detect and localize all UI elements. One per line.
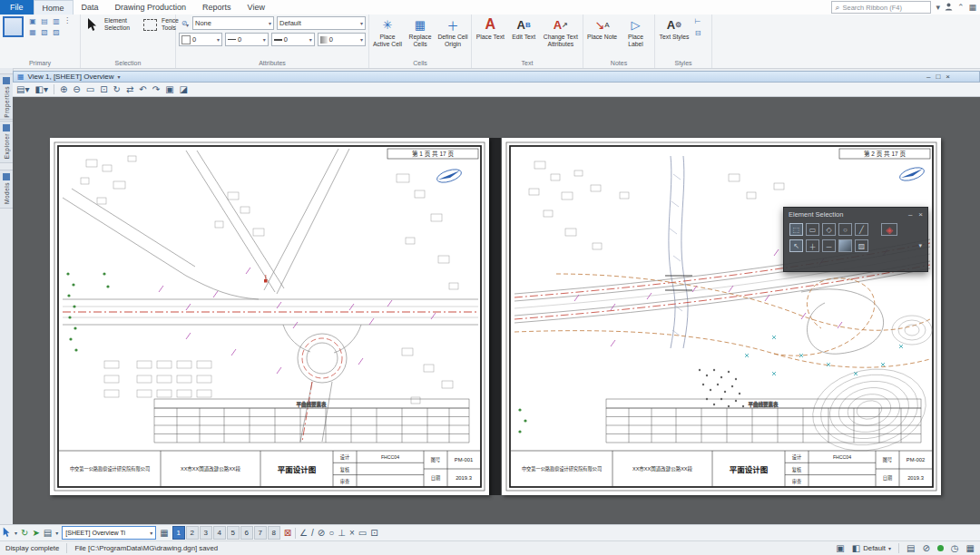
properties-icon[interactable] <box>3 16 24 37</box>
tab-data[interactable]: Data <box>74 0 107 15</box>
clip-volume-icon[interactable]: ◪ <box>180 85 188 94</box>
edit-text-button[interactable]: AB Edit Text <box>508 16 540 41</box>
display-style-selector[interactable]: ◧ Default ▾ <box>852 544 891 553</box>
active-level-combo[interactable]: None ▾ <box>192 16 274 30</box>
sheet-selector-combo[interactable]: [SHEET] Overview Ti ▾ <box>62 526 156 540</box>
dimension-styles-icon[interactable]: ⊢ <box>692 16 703 26</box>
message-center-icon[interactable]: ▤ <box>906 544 915 553</box>
notifications-icon[interactable]: ▦ <box>966 544 975 553</box>
place-active-cell-button[interactable]: ✳ Place Active Cell <box>372 16 403 47</box>
clear-selection-icon[interactable]: × <box>349 529 355 538</box>
element-template-combo[interactable]: Default ▾ <box>277 16 366 30</box>
tab-view[interactable]: View <box>240 0 273 15</box>
primary-more-icon[interactable]: ⋮ <box>64 16 71 24</box>
window-area-icon[interactable]: ▭ <box>86 85 94 94</box>
rotate-view-icon[interactable]: ↻ <box>113 85 121 94</box>
mode-clear-icon[interactable]: ▨ <box>855 239 868 252</box>
sidebar-item-explorer[interactable]: Explorer <box>0 121 14 163</box>
help-icon[interactable]: ▦ <box>968 4 976 12</box>
method-circle-icon[interactable]: ○ <box>838 223 852 236</box>
zoom-in-icon[interactable]: ⊕ <box>60 85 67 94</box>
place-label-button[interactable]: ▷ Place Label <box>620 16 652 47</box>
place-note-button[interactable]: ↘A Place Note <box>586 16 618 41</box>
element-selection-button[interactable]: Element Selection <box>83 16 139 33</box>
mode-add-icon[interactable]: ＋ <box>806 239 819 252</box>
pan-view-icon[interactable]: ⇄ <box>126 85 133 94</box>
level-lock-icon[interactable]: ⊘ <box>179 18 190 28</box>
active-color-combo[interactable]: 0 ▾ <box>179 33 222 46</box>
snap-mode-icon[interactable]: ∠ <box>299 529 308 538</box>
method-line-icon[interactable]: ╱ <box>855 223 868 236</box>
raster-manager-icon[interactable]: ▨ <box>51 27 62 37</box>
view-attributes-icon[interactable]: ▤▾ <box>16 85 29 94</box>
sheet-list-icon[interactable]: ▤ <box>44 529 52 538</box>
close-view-icon[interactable]: ⊠ <box>284 529 291 538</box>
tab-reports[interactable]: Reports <box>194 0 240 15</box>
view-title-caret-icon[interactable]: ▾ <box>118 73 121 80</box>
change-text-attributes-button[interactable]: A↗ Change Text Attributes <box>542 16 580 47</box>
sidebar-item-models[interactable]: Models <box>0 170 14 209</box>
search-input[interactable]: ⌕ Search Ribbon (F4) <box>831 1 931 14</box>
view-toggle-4[interactable]: 4 <box>213 526 226 540</box>
fit-active-icon[interactable]: ⊡ <box>370 529 377 538</box>
replace-cells-button[interactable]: ▦ Replace Cells <box>405 16 436 47</box>
explorer-icon[interactable]: ▣ <box>27 16 38 26</box>
view-group-icon[interactable]: ▦ <box>160 529 168 538</box>
element-styles-icon[interactable]: ⊟ <box>692 28 703 38</box>
view-window-titlebar[interactable]: ▦ View 1, [SHEET] Overview ▾ – □ × <box>13 71 980 83</box>
pin-ribbon-icon[interactable]: ▾ <box>936 4 940 12</box>
dialog-minimize-icon[interactable]: – <box>908 210 912 219</box>
element-selection-dialog-titlebar[interactable]: Element Selection – × <box>784 208 927 221</box>
dialog-close-icon[interactable]: × <box>918 210 923 219</box>
level-display-icon[interactable]: ▦ <box>27 27 38 37</box>
mode-subtract-icon[interactable]: － <box>822 239 836 252</box>
dialog-expand-icon[interactable]: ▾ <box>918 242 922 249</box>
active-line-style-combo[interactable]: 0 ▾ <box>225 33 269 46</box>
select-set-icon[interactable]: ▣ <box>836 544 844 553</box>
sync-view-icon[interactable]: ➤ <box>32 529 39 538</box>
nearest-snap-icon[interactable]: / <box>311 529 314 538</box>
tab-home[interactable]: Home <box>34 0 74 15</box>
sheet-2[interactable]: 第 2 页 共 17 页 <box>502 138 941 495</box>
define-cell-origin-button[interactable]: ＋ Define Cell Origin <box>437 16 468 47</box>
lock-status-icon[interactable]: ⊘ <box>922 544 929 553</box>
method-block-icon[interactable]: ▭ <box>806 223 819 236</box>
copy-view-icon[interactable]: ▣ <box>165 85 173 94</box>
view-minimize-icon[interactable]: – <box>926 73 930 81</box>
active-line-weight-combo[interactable]: 0 ▾ <box>271 33 315 46</box>
tab-file[interactable]: File <box>0 0 34 15</box>
view-toggle-1[interactable]: 1 <box>172 526 185 540</box>
mode-invert-icon[interactable] <box>838 239 852 252</box>
text-styles-button[interactable]: A⚙ Text Styles <box>658 16 691 41</box>
fit-view-icon[interactable]: ⊡ <box>100 85 107 94</box>
select-all-icon[interactable]: ◈ <box>881 223 897 236</box>
refresh-model-icon[interactable]: ↻ <box>21 529 28 538</box>
mode-new-icon[interactable]: ↖ <box>789 239 803 252</box>
fence-mode-icon[interactable]: ▭ <box>358 529 367 538</box>
method-shape-icon[interactable]: ◇ <box>822 223 836 236</box>
view-toggle-7[interactable]: 7 <box>254 526 267 540</box>
user-account-icon[interactable] <box>945 3 953 13</box>
attach-tools-icon[interactable]: ▤ <box>39 16 50 26</box>
zoom-out-icon[interactable]: ⊖ <box>73 85 80 94</box>
element-selection-dialog[interactable]: Element Selection – × ⬚ ▭ ◇ ○ ╱ ◈ ↖ ＋ － … <box>783 207 928 272</box>
view-previous-icon[interactable]: ↶ <box>139 85 146 94</box>
place-text-button[interactable]: A Place Text <box>475 16 506 41</box>
view-toggle-8[interactable]: 8 <box>268 526 280 540</box>
view-toggle-6[interactable]: 6 <box>240 526 253 540</box>
references-icon[interactable]: ▧ <box>39 27 50 37</box>
accusnap-toggle-icon[interactable]: ○ <box>328 529 334 538</box>
collapse-ribbon-icon[interactable]: ⌃ <box>957 4 965 12</box>
view-toggle-2[interactable]: 2 <box>186 526 199 540</box>
view-maximize-icon[interactable]: □ <box>936 73 940 81</box>
sheet-list-caret-icon[interactable]: ▾ <box>55 531 58 536</box>
models-icon[interactable]: ▥ <box>51 16 62 26</box>
ortho-lock-icon[interactable]: ⊥ <box>338 529 346 538</box>
clock-status-icon[interactable]: ◷ <box>951 544 959 553</box>
view-close-icon[interactable]: × <box>946 73 950 81</box>
tool-caret-icon[interactable]: ▾ <box>15 531 17 536</box>
sheet-1[interactable]: 第 1 页 共 17 页 <box>50 138 489 495</box>
tab-drawing-production[interactable]: Drawing Production <box>107 0 195 15</box>
active-tool-icon[interactable] <box>3 527 11 540</box>
view-toggle-5[interactable]: 5 <box>227 526 240 540</box>
